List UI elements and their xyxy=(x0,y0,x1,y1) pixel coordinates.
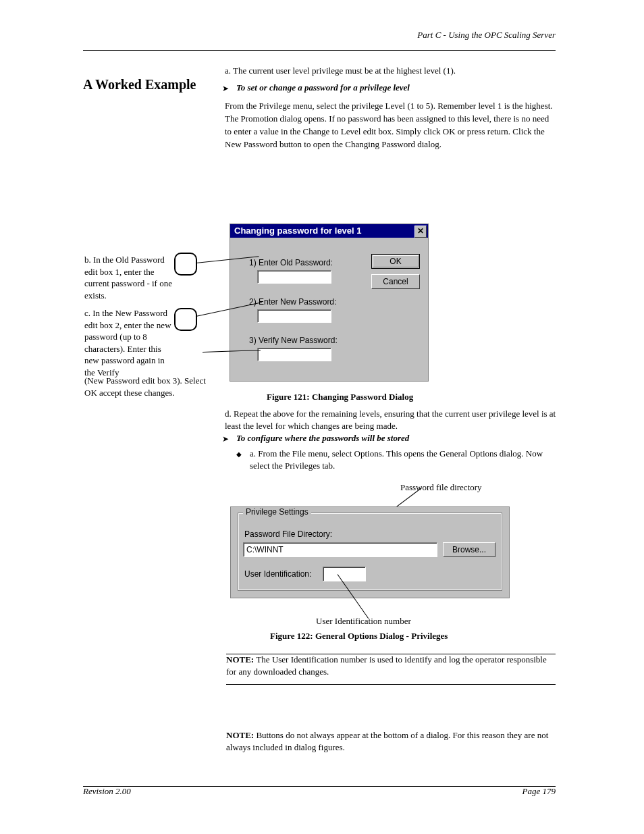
figure-122-caption: Figure 122: General Options Dialog - Pri… xyxy=(270,631,448,642)
label-verify-password: 3) Verify New Password: xyxy=(249,336,338,345)
diamond-icon: ◆ xyxy=(236,450,242,458)
label-new-password: 2) Enter New Password: xyxy=(249,297,336,307)
footer-left: Revision 2.00 xyxy=(83,786,131,797)
arrow-icon: ➤ xyxy=(222,84,229,93)
password-dir-input[interactable] xyxy=(243,542,437,557)
privilege-settings-legend: Privilege Settings xyxy=(243,507,311,517)
arrow1-title: To set or change a password for a privil… xyxy=(236,82,554,93)
callout-userid: User Identification number xyxy=(316,616,411,627)
figure-121-caption: Figure 121: Changing Password Dialog xyxy=(267,392,413,402)
new-password-input[interactable] xyxy=(257,309,331,323)
old-password-input[interactable] xyxy=(257,270,331,284)
arrow2-title: To configure where the passwords will be… xyxy=(236,433,554,444)
ok-button[interactable]: OK xyxy=(371,254,420,269)
footer-right: Page 179 xyxy=(522,786,556,797)
user-id-input[interactable] xyxy=(323,567,366,581)
step-marker-1 xyxy=(174,253,197,276)
step-c-tail: (New Password edit box 3). Select OK acc… xyxy=(84,375,219,398)
step-c: c. In the New Password edit box 2, enter… xyxy=(84,307,174,378)
browse-button[interactable]: Browse... xyxy=(443,542,495,557)
step-b-part1: b. In the Old Password edit box 1, enter… xyxy=(84,254,174,301)
callout-dir: Password file directory xyxy=(400,482,482,493)
note-2: NOTE: Buttons do not always appear at th… xyxy=(226,729,556,754)
para-after-arrow1: From the Privilege menu, select the priv… xyxy=(225,100,557,151)
section-title: A Worked Example xyxy=(83,77,196,93)
privilege-settings-panel: Privilege Settings Password File Directo… xyxy=(230,506,510,598)
header-right: Part C - Using the OPC Scaling Server xyxy=(417,30,556,41)
label-user-id: User Identification: xyxy=(244,569,311,579)
label-password-dir: Password File Directory: xyxy=(244,529,332,539)
bullet2: a. From the File menu, select Options. T… xyxy=(250,448,557,472)
verify-password-input[interactable] xyxy=(257,348,331,361)
note-1: NOTE: The User Identification number is … xyxy=(226,654,556,678)
label-old-password: 1) Enter Old Password: xyxy=(249,258,333,267)
cancel-button[interactable]: Cancel xyxy=(371,274,420,289)
arrow-icon-2: ➤ xyxy=(222,434,229,444)
step-d: d. Repeat the above for the remaining le… xyxy=(225,408,559,432)
close-icon[interactable]: ✕ xyxy=(414,226,427,238)
dialog-title: Changing password for level 1 xyxy=(230,224,428,238)
statement-a: a. The current user level privilege must… xyxy=(225,66,556,76)
step-marker-2 xyxy=(174,308,197,331)
